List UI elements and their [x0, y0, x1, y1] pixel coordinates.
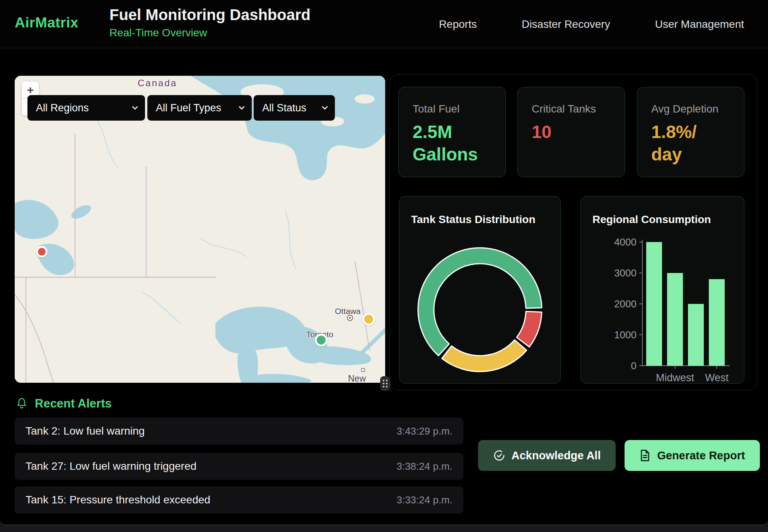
document-icon: [639, 449, 651, 462]
tank-marker-normal[interactable]: [315, 334, 328, 346]
alerts-header: Recent Alerts: [15, 397, 112, 411]
svg-text:4000: 4000: [614, 236, 637, 248]
regional-consumption-card: Regional Consumption 01000200030004000Mi…: [580, 196, 744, 384]
kpi-label: Avg Depletion: [651, 103, 730, 115]
fuel-type-filter-dropdown[interactable]: All Fuel Types: [147, 95, 252, 121]
title-block: Fuel Monitoring Dashboard Real-Time Over…: [109, 6, 311, 39]
svg-text:Midwest: Midwest: [656, 372, 695, 384]
alert-message: Tank 27: Low fuel warning triggered: [26, 460, 196, 472]
alert-row[interactable]: Tank 27: Low fuel warning triggered 3:38…: [15, 453, 463, 480]
header: AirMatrix Fuel Monitoring Dashboard Real…: [0, 0, 768, 48]
alert-time: 3:43:29 p.m.: [396, 425, 452, 437]
alert-row[interactable]: Tank 2: Low fuel warning 3:43:29 p.m.: [15, 418, 463, 445]
app-logo[interactable]: AirMatrix: [15, 15, 79, 31]
svg-text:3000: 3000: [614, 267, 637, 279]
page-title: Fuel Monitoring Dashboard: [109, 6, 311, 24]
svg-text:West: West: [705, 372, 729, 384]
tank-marker-warning[interactable]: [362, 313, 375, 326]
acknowledge-all-button[interactable]: Acknowledge All: [478, 440, 616, 471]
map-label-canada: Canada: [138, 78, 177, 89]
map-label-newyork: New York: [348, 373, 385, 383]
kpi-label: Total Fuel: [413, 103, 492, 115]
alert-time: 3:38:24 p.m.: [396, 460, 452, 472]
kpi-label: Critical Tanks: [532, 103, 611, 115]
dashboard-page: AirMatrix Fuel Monitoring Dashboard Real…: [0, 0, 768, 525]
alert-time: 3:33:24 p.m.: [396, 494, 452, 506]
svg-text:2000: 2000: [614, 298, 637, 310]
svg-text:0: 0: [631, 360, 637, 372]
alert-message: Tank 2: Low fuel warning: [26, 425, 145, 437]
tank-status-card: Tank Status Distribution: [399, 196, 561, 384]
main-nav: Reports Disaster Recovery User Managemen…: [439, 0, 744, 48]
kpi-value: 1.8%/day: [651, 121, 730, 166]
map[interactable]: Canada Ottawa Toronto New York + − All R…: [15, 76, 385, 383]
alerts-title: Recent Alerts: [35, 397, 112, 411]
map-label-ottawa: Ottawa: [335, 307, 361, 316]
generate-report-button[interactable]: Generate Report: [625, 440, 760, 471]
page-subtitle: Real-Time Overview: [109, 27, 311, 39]
tank-marker-critical[interactable]: [36, 246, 48, 257]
regional-consumption-bar-chart: 01000200030004000MidwestWest: [581, 196, 745, 384]
alert-row[interactable]: Tank 15: Pressure threshold exceeded 3:3…: [15, 486, 463, 513]
status-filter-value: All Status: [262, 102, 306, 114]
region-filter-value: All Regions: [36, 102, 89, 114]
nav-reports[interactable]: Reports: [439, 18, 477, 31]
svg-text:1000: 1000: [614, 329, 637, 341]
acknowledge-all-label: Acknowledge All: [512, 449, 601, 462]
kpi-card-total-fuel: Total Fuel 2.5MGallons: [398, 87, 506, 177]
donut-chart-title: Tank Status Distribution: [411, 213, 536, 226]
check-circle-icon: [493, 449, 505, 462]
nav-user-management[interactable]: User Management: [655, 18, 744, 31]
chevron-down-icon: [132, 106, 138, 110]
status-filter-dropdown[interactable]: All Status: [254, 95, 335, 121]
fuel-type-filter-value: All Fuel Types: [156, 102, 221, 114]
kpi-card-avg-depletion: Avg Depletion 1.8%/day: [637, 87, 744, 177]
bell-icon: [15, 397, 28, 410]
chevron-down-icon: [322, 106, 328, 110]
chevron-down-icon: [239, 106, 245, 110]
generate-report-label: Generate Report: [657, 449, 745, 462]
kpi-card-critical-tanks: Critical Tanks 10: [517, 87, 625, 177]
region-filter-dropdown[interactable]: All Regions: [27, 95, 145, 121]
map-resize-handle[interactable]: [380, 376, 390, 391]
nav-disaster-recovery[interactable]: Disaster Recovery: [522, 18, 610, 31]
alert-message: Tank 15: Pressure threshold exceeded: [26, 494, 210, 506]
kpi-value: 2.5MGallons: [413, 121, 492, 166]
kpi-value: 10: [532, 121, 611, 143]
tank-status-donut-chart: [414, 244, 546, 375]
